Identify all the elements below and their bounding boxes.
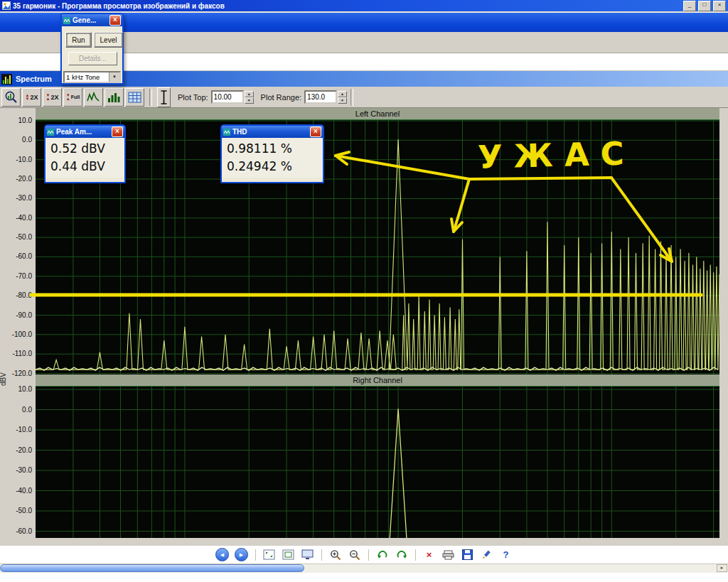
- rotate-cw-button[interactable]: [395, 548, 409, 562]
- zoom-out-button[interactable]: [348, 548, 362, 562]
- slideshow-button[interactable]: [301, 548, 315, 562]
- y-axis-tick-label: -100.0: [0, 330, 32, 338]
- plot-range-up-icon[interactable]: ▲: [338, 91, 347, 97]
- marker-line-button[interactable]: [157, 87, 171, 107]
- run-button[interactable]: Run: [65, 32, 92, 48]
- print-button[interactable]: [441, 548, 456, 562]
- screen: { "titlebar": { "title": "35 гармоник - …: [0, 0, 728, 582]
- delete-button[interactable]: ×: [422, 548, 437, 562]
- plot-range-input[interactable]: 130.0: [304, 90, 337, 104]
- spectrum-window-icon: [1, 74, 12, 85]
- spectrum-toolbar-icons: ▲▼2X▼▲2X▼▲Full: [1, 87, 171, 107]
- thd-right-value: 0.24942 %: [227, 158, 318, 176]
- help-button[interactable]: ?: [499, 548, 513, 562]
- save-button[interactable]: [461, 548, 475, 562]
- thd-left-value: 0.98111 %: [227, 140, 318, 158]
- y-axis-tick-label: -10.0: [0, 156, 32, 163]
- details-button[interactable]: Details...: [68, 52, 117, 65]
- left-channel-header: Left Channel: [36, 108, 719, 119]
- toolbar-separator: [321, 549, 322, 561]
- thd-dialog: THD × 0.98111 % 0.24942 %: [220, 124, 324, 183]
- y-axis-tick-label: -90.0: [0, 311, 32, 319]
- plot-top-label: Plot Top:: [178, 93, 208, 102]
- toolbar-separator: [350, 89, 353, 106]
- y-axis-tick-label: 0.0: [0, 406, 32, 414]
- plot-top-input[interactable]: 10.00: [211, 90, 244, 104]
- spectrum-toolbar: ▲▼2X▼▲2X▼▲Full Plot Top: 10.00 ▲▼ Plot R…: [0, 87, 728, 108]
- rotate-ccw-button[interactable]: [375, 548, 390, 562]
- viewer-background-strip: [0, 538, 728, 546]
- minimize-button[interactable]: _: [683, 1, 696, 11]
- peak-dialog-title: Peak Am...: [56, 128, 109, 136]
- y-axis-tick-label: -60.0: [0, 527, 32, 535]
- edit-button[interactable]: [480, 548, 494, 562]
- peak-values: 0.52 dBV 0.44 dBV: [46, 138, 124, 178]
- grid-display-button[interactable]: [125, 88, 144, 107]
- y-axis-tick-label: -30.0: [0, 466, 32, 474]
- peak-left-value: 0.52 dBV: [50, 140, 119, 158]
- spectrum-trace: [36, 387, 719, 539]
- y-axis-tick-label: -60.0: [0, 252, 32, 260]
- left-channel-plot: [36, 119, 719, 374]
- thd-dialog-titlebar[interactable]: THD ×: [222, 126, 323, 138]
- generator-close-icon[interactable]: ×: [109, 15, 121, 26]
- plot-range-down-icon[interactable]: ▼: [338, 97, 347, 104]
- peak-close-icon[interactable]: ×: [112, 126, 123, 137]
- zoom-spectrum-button[interactable]: [1, 88, 21, 107]
- y-axis-tick-label: -110.0: [0, 350, 32, 357]
- plot-top-control: Plot Top: 10.00 ▲▼: [171, 90, 254, 104]
- plot-range-label: Plot Range:: [261, 93, 301, 102]
- peak-dialog-titlebar[interactable]: Peak Am... ×: [46, 126, 124, 138]
- scrollbar-thumb[interactable]: [0, 564, 304, 572]
- spectrum-window-title: Spectrum: [16, 75, 52, 83]
- peak-curve-button[interactable]: [84, 88, 103, 107]
- tone-select[interactable]: 1 kHz Tone ▼: [63, 71, 121, 83]
- plot-top-down-icon[interactable]: ▼: [245, 97, 254, 104]
- right-channel-plot: [36, 386, 719, 538]
- thd-values: 0.98111 % 0.24942 %: [222, 138, 323, 178]
- amplitude-out-full-button[interactable]: ▼▲Full: [63, 88, 82, 107]
- y-axis-tick-label: -40.0: [0, 214, 32, 222]
- y-axis-tick-label: -70.0: [0, 272, 32, 280]
- level-button[interactable]: Level: [94, 32, 123, 48]
- best-fit-button[interactable]: [262, 548, 277, 562]
- toolbar-separator: [368, 549, 369, 561]
- amplitude-in-2x-button[interactable]: ▲▼2X: [22, 88, 41, 107]
- window-titlebar: 35 гармоник - Программа просмотра изобра…: [0, 0, 728, 11]
- amplitude-out-2x-button[interactable]: ▼▲2X: [43, 88, 62, 107]
- y-axis-tick-label: -10.0: [0, 426, 32, 433]
- actual-size-button[interactable]: [282, 548, 296, 562]
- zoom-in-button[interactable]: [328, 548, 343, 562]
- y-axis-tick-label: -50.0: [0, 233, 32, 241]
- peak-dialog-icon: [47, 129, 54, 136]
- previous-image-button[interactable]: ◀: [215, 548, 230, 562]
- peak-amplitude-dialog: Peak Am... × 0.52 dBV 0.44 dBV: [44, 124, 126, 183]
- right-channel-label: Right Channel: [353, 376, 402, 384]
- viewer-toolbar: ◀▶×?: [0, 546, 728, 564]
- thd-dialog-title: THD: [232, 128, 308, 136]
- y-axis-tick-label: -20.0: [0, 175, 32, 183]
- spectrum-trace: [36, 120, 719, 375]
- generator-dialog-titlebar[interactable]: Gene... ×: [62, 14, 122, 26]
- left-channel-label: Left Channel: [355, 109, 400, 118]
- y-axis-tick-label: -80.0: [0, 291, 32, 299]
- close-button[interactable]: ×: [713, 1, 726, 11]
- right-gutter: [719, 108, 728, 538]
- toolbar-separator: [149, 89, 152, 106]
- right-channel-header: Right Channel: [36, 374, 719, 386]
- y-axis-tick-label: -20.0: [0, 446, 32, 454]
- plot-top-up-icon[interactable]: ▲: [245, 91, 254, 97]
- y-axis-tick-label: -40.0: [0, 487, 32, 495]
- generator-dialog-title: Gene...: [73, 16, 107, 24]
- tone-select-value: 1 kHz Tone: [65, 73, 109, 81]
- maximize-button[interactable]: □: [698, 1, 711, 11]
- bar-display-button[interactable]: [105, 88, 124, 107]
- thd-close-icon[interactable]: ×: [310, 126, 321, 137]
- next-image-button[interactable]: ▶: [235, 548, 249, 562]
- generator-dialog: Gene... × Run Level Details... 1 kHz Ton…: [60, 13, 124, 85]
- plot-range-control: Plot Range: 130.0 ▲▼: [254, 90, 347, 104]
- toolbar-separator: [255, 549, 256, 561]
- scrollbar-right-arrow[interactable]: ►: [717, 564, 727, 572]
- y-axis-tick-label: -50.0: [0, 507, 32, 514]
- combo-dropdown-icon[interactable]: ▼: [109, 72, 119, 82]
